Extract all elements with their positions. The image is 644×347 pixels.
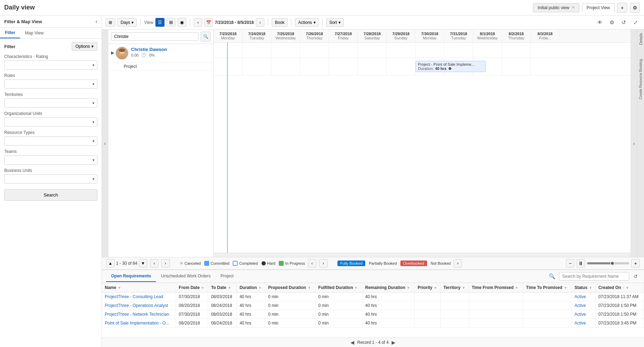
date-label: 7/23/2018 [215, 32, 241, 36]
calendar-btn[interactable]: 📅 [204, 18, 213, 27]
add-tab-button[interactable]: + [617, 3, 627, 13]
tab-open-requirements[interactable]: Open Requirements [106, 271, 156, 282]
zoom-bar[interactable] [587, 262, 629, 264]
col-filter-icon[interactable]: ▾ [355, 286, 357, 290]
tab-project[interactable]: Project [215, 271, 238, 282]
search-button[interactable]: Search [4, 189, 97, 201]
gantt-search-btn[interactable]: 🔍 [201, 32, 211, 41]
col-filter-icon[interactable]: ▾ [516, 286, 517, 290]
tab-unscheduled-work-orders[interactable]: Unscheduled Work Orders [156, 271, 215, 282]
col-filter-icon[interactable]: ▾ [590, 286, 591, 290]
gantt-collapse-left-btn[interactable]: ‹ [102, 30, 108, 257]
gantt-search-input[interactable] [111, 32, 199, 41]
col-fulfilled-duration[interactable]: Fulfilled Duration ▾ [315, 283, 362, 293]
gantt-horizontal-scrollbar[interactable] [214, 253, 631, 257]
create-booking-side-label[interactable]: Create Resource Booking [638, 56, 643, 103]
roles-select[interactable] [4, 79, 97, 89]
row-name-link[interactable]: Point of Sale Implementation - O... [105, 321, 169, 326]
tab-filter[interactable]: Filter [0, 28, 20, 38]
date-prev-btn[interactable]: ‹ [194, 18, 202, 27]
row-status[interactable]: Active [574, 321, 586, 326]
days-button[interactable]: Days ▾ [117, 18, 137, 27]
col-proposed-duration[interactable]: Proposed Duration ▾ [265, 283, 315, 293]
filter-panel-collapse-btn[interactable]: ‹ [96, 18, 97, 25]
teams-select[interactable] [4, 155, 97, 165]
page-down-btn[interactable]: ▼ [139, 259, 147, 268]
resource-name[interactable]: Christie Dawson [131, 47, 211, 52]
col-status[interactable]: Status ▾ [572, 283, 595, 293]
tab-map-view[interactable]: Map View [20, 28, 48, 38]
gantt-collapse-right-btn[interactable]: › [631, 30, 637, 257]
page-next-btn[interactable]: › [161, 259, 170, 268]
legend-right-next-btn[interactable]: › [453, 259, 462, 268]
col-filter-icon[interactable]: ▾ [259, 286, 261, 290]
details-side-label[interactable]: Details [638, 30, 644, 49]
col-name[interactable]: Name ▾ [102, 283, 176, 293]
booking-nav-prev-btn[interactable]: ‹ [308, 259, 316, 268]
col-territory[interactable]: Territory ▾ [440, 283, 469, 293]
booking-nav-next-btn[interactable]: › [319, 259, 328, 268]
col-filter-icon[interactable]: ▾ [308, 286, 310, 290]
expand-icon-btn[interactable]: ⤢ [631, 18, 640, 27]
row-status[interactable]: Active [574, 312, 586, 317]
row-status[interactable]: Active [574, 303, 586, 308]
col-time-to-promised[interactable]: Time To Promised ▾ [523, 283, 572, 293]
col-from-date[interactable]: From Date ▾ [176, 283, 208, 293]
row-status[interactable]: Active [574, 294, 586, 299]
grid-toggle-btn[interactable]: ⊞ [105, 18, 115, 27]
resource-types-select[interactable] [4, 136, 97, 146]
col-filter-icon[interactable]: ▾ [407, 286, 409, 290]
gantt-cell [358, 58, 387, 75]
zoom-minus-btn[interactable]: − [566, 259, 574, 268]
pause-btn[interactable]: ⏸ [577, 259, 585, 268]
zoom-plus-btn[interactable]: + [631, 259, 640, 268]
col-to-date[interactable]: To Date ▾ [208, 283, 237, 293]
eye-icon-btn[interactable]: 👁 [595, 18, 605, 27]
refresh-icon-btn[interactable]: ↺ [619, 18, 629, 27]
characteristics-select[interactable] [4, 60, 97, 70]
page-prev-btn[interactable]: ‹ [150, 259, 159, 268]
resource-expand-arrow[interactable]: ▶ [111, 47, 114, 55]
actions-button[interactable]: Actions ▾ [295, 18, 318, 27]
req-search-input[interactable] [559, 272, 629, 281]
col-filter-icon[interactable]: ▾ [626, 286, 628, 290]
list-view-btn[interactable]: ☰ [155, 18, 165, 27]
col-created-on[interactable]: Created On ↑ ▾ [595, 283, 644, 293]
row-name-link[interactable]: ProjectThree - Consulting Lead [105, 294, 163, 299]
grid-view-btn[interactable]: ⊞ [167, 18, 175, 27]
gear-icon-btn[interactable]: ⚙ [607, 18, 617, 27]
col-time-from-promised[interactable]: Time From Promised ▾ [469, 283, 523, 293]
col-filter-icon[interactable]: ▾ [463, 286, 464, 290]
business-units-select[interactable] [4, 174, 97, 184]
col-filter-icon[interactable]: ▾ [565, 286, 566, 290]
page-up-btn[interactable]: ▲ [106, 259, 115, 268]
col-filter-icon[interactable]: ▾ [228, 286, 230, 290]
gantt-cell [243, 43, 271, 58]
col-filter-icon[interactable]: ▾ [202, 286, 204, 290]
col-filter-icon[interactable]: ▾ [434, 286, 436, 290]
row-priority [414, 310, 440, 319]
req-search-icon-btn[interactable]: 🔍 [547, 271, 557, 281]
settings-button[interactable]: ⚙ [630, 3, 640, 13]
col-remaining-duration[interactable]: Remaining Duration ▾ [362, 283, 414, 293]
req-refresh-btn[interactable]: ↺ [631, 272, 640, 281]
tab-close-icon[interactable]: ✕ [572, 5, 575, 10]
col-filter-icon[interactable]: ▾ [118, 286, 120, 290]
options-button[interactable]: Options ▾ [72, 42, 97, 51]
tab-initial-public-view[interactable]: Initial public view ✕ [533, 3, 579, 12]
date-next-btn[interactable]: › [256, 18, 264, 27]
gantt-booking[interactable]: Project - Point of Sale Impleme... Durat… [416, 61, 486, 72]
org-units-select[interactable] [4, 117, 97, 127]
record-prev-btn[interactable]: ◀ [350, 340, 354, 345]
row-name-link[interactable]: ProjectThree - Network Technician [105, 312, 169, 317]
zoom-handle[interactable] [610, 261, 614, 265]
col-priority[interactable]: Priority ▾ [414, 283, 440, 293]
territories-select[interactable] [4, 98, 97, 108]
record-next-btn[interactable]: ▶ [392, 340, 395, 345]
tab-project-view[interactable]: Project View [582, 3, 614, 12]
row-name-link[interactable]: ProjectThree - Operations Analyst [105, 303, 168, 308]
sort-button[interactable]: Sort ▾ [326, 18, 344, 27]
book-button[interactable]: Book [272, 18, 288, 27]
globe-view-btn[interactable]: ◉ [178, 18, 186, 27]
col-duration[interactable]: Duration ▾ [237, 283, 265, 293]
